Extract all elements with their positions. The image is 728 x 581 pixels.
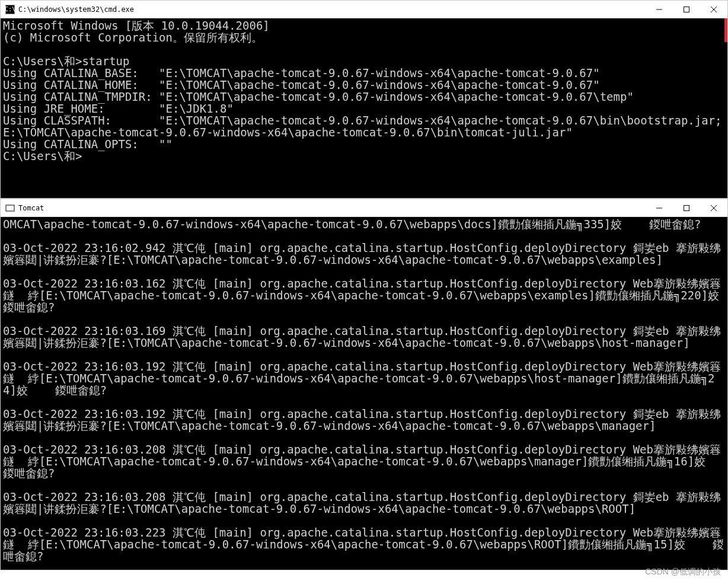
- tomcat-window: Tomcat OMCAT\apache-tomcat-9.0.67-window…: [0, 199, 728, 570]
- cmd-terminal[interactable]: Microsoft Windows [版本 10.0.19044.2006] (…: [1, 18, 727, 198]
- tomcat-titlebar[interactable]: Tomcat: [1, 199, 727, 217]
- tomcat-icon: [5, 203, 15, 213]
- watermark: CSDN @低调的小孩: [645, 567, 721, 577]
- tomcat-title: Tomcat: [18, 204, 44, 212]
- maximize-button[interactable]: [673, 1, 700, 18]
- maximize-button[interactable]: [673, 199, 700, 217]
- close-button[interactable]: [700, 1, 727, 18]
- tomcat-terminal[interactable]: OMCAT\apache-tomcat-9.0.67-windows-x64\a…: [1, 217, 727, 570]
- svg-rect-4: [6, 205, 14, 211]
- cmd-icon: C:\: [5, 5, 15, 14]
- svg-rect-1: [684, 7, 689, 12]
- cmd-window: C:\ C:\windows\system32\cmd.exe Microsof…: [0, 0, 728, 199]
- svg-rect-6: [684, 205, 689, 210]
- minimize-button[interactable]: [646, 1, 673, 18]
- cmd-title: C:\windows\system32\cmd.exe: [18, 5, 134, 14]
- close-button[interactable]: [700, 199, 727, 217]
- cmd-titlebar[interactable]: C:\ C:\windows\system32\cmd.exe: [1, 1, 727, 18]
- minimize-button[interactable]: [646, 199, 673, 217]
